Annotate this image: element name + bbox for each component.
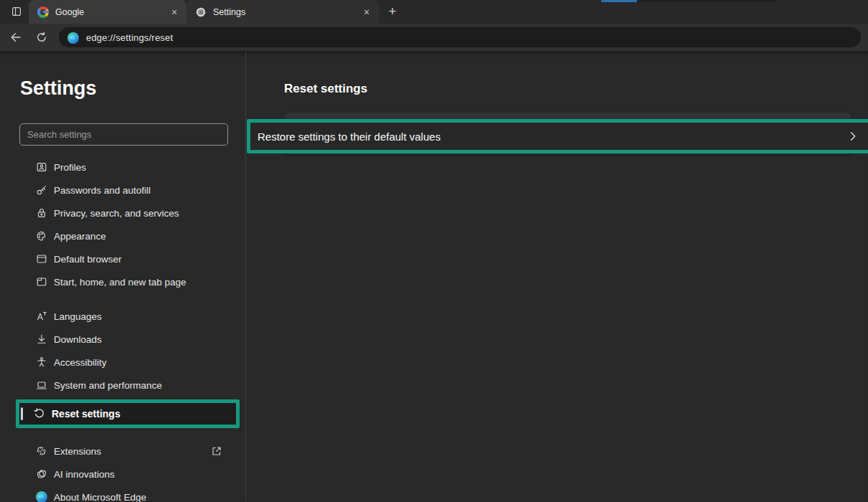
tab-settings[interactable]: Settings × xyxy=(187,0,379,24)
browser-window-icon xyxy=(36,253,47,265)
lock-icon xyxy=(36,207,47,219)
settings-page: Settings Profiles Passwords and auto xyxy=(0,52,868,501)
sidebar-item-label: Privacy, search, and services xyxy=(54,208,179,219)
tab-actions-button[interactable] xyxy=(7,2,26,21)
sidebar-item-default-browser[interactable]: Default browser xyxy=(11,247,240,270)
annotation-highlight-reset-settings: Reset settings xyxy=(16,399,240,428)
sidebar-item-label: Accessibility xyxy=(54,357,107,368)
sidebar-item-label: Extensions xyxy=(54,446,101,457)
tab-actions-icon xyxy=(11,6,22,17)
page-title: Settings xyxy=(20,77,245,100)
copilot-icon xyxy=(36,468,47,480)
reset-icon xyxy=(34,408,45,420)
tab-title: Settings xyxy=(213,7,360,17)
browser-window: Google × Settings × + xyxy=(0,0,868,502)
sidebar-item-label: AI innovations xyxy=(54,469,115,480)
back-button[interactable] xyxy=(6,27,26,47)
sidebar-item-label: Profiles xyxy=(54,162,86,173)
annotation-highlight-restore-row: Restore settings to their default values xyxy=(247,119,868,153)
sidebar-item-label: System and performance xyxy=(54,380,162,391)
sidebar-item-system[interactable]: System and performance xyxy=(11,374,240,397)
palette-icon xyxy=(36,230,47,242)
sidebar-item-label: Downloads xyxy=(54,334,102,345)
sidebar-item-label: About Microsoft Edge xyxy=(54,492,146,502)
sidebar-item-languages[interactable]: Languages xyxy=(11,305,240,328)
tab-title: Google xyxy=(55,7,168,17)
sidebar-item-start-home[interactable]: Start, home, and new tab page xyxy=(11,270,240,293)
key-icon xyxy=(36,184,47,196)
tab-strip: Google × Settings × + xyxy=(0,0,868,24)
close-icon[interactable]: × xyxy=(360,6,373,19)
sidebar-item-passwords[interactable]: Passwords and autofill xyxy=(11,179,240,202)
sidebar-item-profiles[interactable]: Profiles xyxy=(11,156,240,179)
refresh-icon xyxy=(36,32,47,43)
profiles-icon xyxy=(36,161,47,173)
nav-group: Extensions AI innovations xyxy=(11,440,240,502)
url-text: edge://settings/reset xyxy=(86,32,173,43)
sidebar-item-label: Default browser xyxy=(54,254,122,265)
sidebar-item-extensions[interactable]: Extensions xyxy=(11,440,240,463)
accessibility-icon xyxy=(36,356,47,368)
sidebar-item-downloads[interactable]: Downloads xyxy=(11,328,240,351)
puzzle-icon xyxy=(36,445,47,457)
external-link-icon xyxy=(211,445,222,457)
section-title: Reset settings xyxy=(284,82,868,96)
sidebar-item-reset-settings[interactable]: Reset settings xyxy=(19,403,236,425)
selected-indicator xyxy=(21,407,23,420)
sidebar-item-accessibility[interactable]: Accessibility xyxy=(11,351,240,374)
google-logo xyxy=(37,6,49,18)
sidebar-item-appearance[interactable]: Appearance xyxy=(11,224,240,247)
laptop-icon xyxy=(36,379,47,391)
restore-defaults-row[interactable]: Restore settings to their default values xyxy=(250,123,868,150)
close-icon[interactable]: × xyxy=(168,6,181,19)
sidebar-item-label: Reset settings xyxy=(52,408,121,420)
settings-main-pane: Reset settings Restore settings to their… xyxy=(246,52,868,501)
sidebar-item-ai-innovations[interactable]: AI innovations xyxy=(11,463,240,486)
translate-icon xyxy=(36,311,47,322)
search-input[interactable] xyxy=(19,123,228,146)
sidebar-item-privacy[interactable]: Privacy, search, and services xyxy=(11,202,240,224)
new-tab-page-icon xyxy=(36,276,47,288)
chevron-right-icon xyxy=(847,131,859,142)
sidebar-item-label: Languages xyxy=(54,311,102,322)
sidebar-item-label: Start, home, and new tab page xyxy=(54,277,187,288)
nav-group: Languages Downloads Accessibility xyxy=(11,305,240,428)
refresh-button[interactable] xyxy=(32,27,52,47)
back-icon xyxy=(10,32,22,43)
new-tab-button[interactable]: + xyxy=(383,2,402,21)
edge-logo-icon xyxy=(36,491,47,502)
browser-toolbar: edge://settings/reset xyxy=(0,24,868,52)
nav-group: Profiles Passwords and autofill Privacy,… xyxy=(11,156,240,293)
gear-icon xyxy=(195,6,207,18)
edge-logo xyxy=(67,32,79,44)
sidebar-item-label: Appearance xyxy=(54,231,106,242)
settings-nav: Profiles Passwords and autofill Privacy,… xyxy=(0,156,245,502)
blue-strip-artifact xyxy=(601,0,637,2)
restore-defaults-label: Restore settings to their default values xyxy=(258,131,847,143)
sidebar-item-label: Passwords and autofill xyxy=(54,185,151,196)
address-bar[interactable]: edge://settings/reset xyxy=(59,27,861,47)
download-icon xyxy=(36,333,47,345)
settings-sidebar: Settings Profiles Passwords and auto xyxy=(0,52,246,501)
sidebar-item-about-edge[interactable]: About Microsoft Edge xyxy=(11,486,240,502)
tab-google[interactable]: Google × xyxy=(29,0,187,24)
